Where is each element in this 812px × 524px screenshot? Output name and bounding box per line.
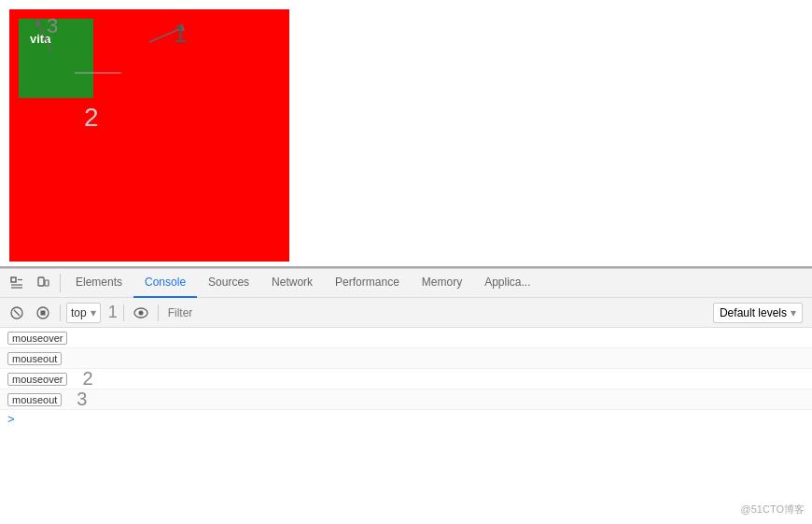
console-prompt: >	[0, 410, 812, 428]
filter-input[interactable]	[164, 303, 709, 323]
console-sep-2	[123, 304, 124, 321]
console-toolbar: top ▾ 1 Default levels ▾	[0, 298, 812, 328]
context-selector[interactable]: top ▾	[66, 303, 101, 323]
svg-rect-14	[41, 310, 46, 315]
svg-point-16	[138, 310, 143, 315]
chevron-down-icon: ▾	[91, 306, 96, 319]
context-num-label: 1	[108, 303, 118, 322]
console-row-2: mouseout	[0, 348, 812, 369]
devtools-container: Elements Console Sources Network Perform…	[0, 266, 812, 428]
svg-rect-10	[45, 280, 49, 286]
red-box: vita	[9, 9, 289, 262]
tab-network[interactable]: Network	[260, 268, 324, 298]
annotation-2: 2	[82, 368, 92, 389]
console-sep-3	[158, 304, 159, 321]
svg-rect-5	[11, 277, 16, 282]
devtools-tabbar: Elements Console Sources Network Perform…	[0, 268, 812, 298]
event-badge-mouseout-1: mouseout	[7, 352, 62, 365]
clear-console-btn[interactable]	[6, 302, 28, 324]
svg-rect-9	[38, 277, 44, 286]
svg-line-12	[14, 310, 20, 316]
tab-memory[interactable]: Memory	[411, 268, 473, 298]
event-badge-mouseover-2: mouseover	[7, 373, 67, 386]
tab-elements[interactable]: Elements	[64, 268, 133, 298]
console-output: mouseover mouseout mouseover 2 mouseout …	[0, 328, 812, 428]
device-icon-btn[interactable]	[30, 270, 56, 296]
tab-console[interactable]: Console	[133, 268, 197, 298]
tab-performance[interactable]: Performance	[324, 268, 411, 298]
console-row-4: mouseout 3	[0, 389, 812, 410]
eye-btn[interactable]	[130, 302, 152, 324]
canvas-num-3: 3	[47, 14, 58, 38]
stop-btn[interactable]	[32, 302, 54, 324]
context-value: top	[71, 306, 87, 319]
annotation-3: 3	[77, 389, 87, 410]
inspect-icon-btn[interactable]	[4, 270, 30, 296]
tab-application[interactable]: Applica...	[473, 268, 541, 298]
tab-sources[interactable]: Sources	[197, 268, 260, 298]
event-badge-mouseover-1: mouseover	[7, 332, 67, 345]
toolbar-separator-1	[60, 274, 61, 292]
canvas-num-1: 1	[173, 19, 188, 49]
canvas-num-2: 2	[84, 103, 99, 133]
watermark: @51CTO博客	[741, 503, 805, 517]
chevron-down-icon-levels: ▾	[791, 306, 796, 319]
canvas-area: vita 1 2 3	[0, 0, 812, 266]
console-sep-1	[60, 304, 61, 321]
event-badge-mouseout-2: mouseout	[7, 393, 62, 406]
console-row-1: mouseover	[0, 328, 812, 348]
console-row-3: mouseover 2	[0, 369, 812, 389]
default-levels-dropdown[interactable]: Default levels ▾	[713, 303, 803, 323]
